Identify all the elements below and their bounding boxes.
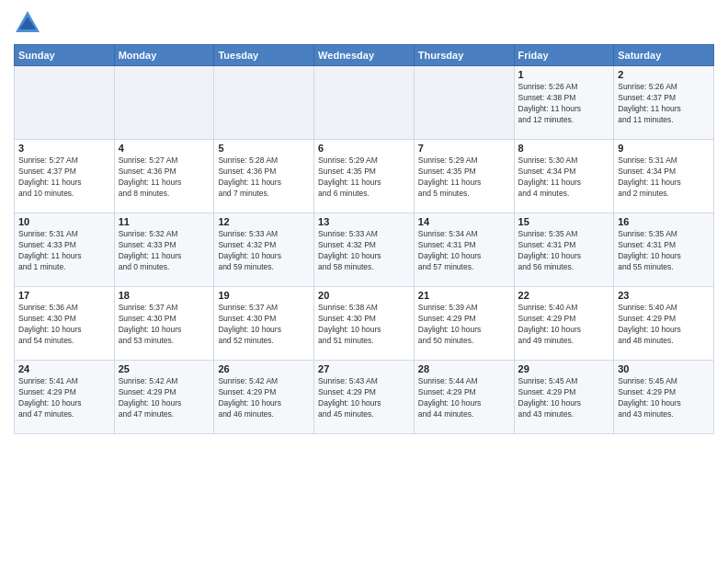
day-number: 13 — [318, 216, 410, 227]
calendar-body: 1Sunrise: 5:26 AM Sunset: 4:38 PM Daylig… — [15, 66, 714, 434]
calendar-cell: 21Sunrise: 5:39 AM Sunset: 4:29 PM Dayli… — [414, 287, 514, 361]
calendar-cell: 14Sunrise: 5:34 AM Sunset: 4:31 PM Dayli… — [414, 213, 514, 287]
calendar-cell: 12Sunrise: 5:33 AM Sunset: 4:32 PM Dayli… — [214, 213, 314, 287]
day-info: Sunrise: 5:35 AM Sunset: 4:31 PM Dayligh… — [518, 229, 610, 273]
day-number: 23 — [618, 290, 710, 301]
day-info: Sunrise: 5:45 AM Sunset: 4:29 PM Dayligh… — [518, 376, 610, 420]
day-number: 2 — [618, 69, 710, 80]
weekday-header-wednesday: Wednesday — [314, 45, 415, 66]
day-info: Sunrise: 5:44 AM Sunset: 4:29 PM Dayligh… — [418, 376, 510, 420]
calendar-cell: 25Sunrise: 5:42 AM Sunset: 4:29 PM Dayli… — [114, 361, 214, 434]
day-number: 28 — [418, 363, 510, 374]
day-number: 24 — [18, 363, 110, 374]
calendar-cell: 17Sunrise: 5:36 AM Sunset: 4:30 PM Dayli… — [15, 287, 115, 361]
calendar-cell: 9Sunrise: 5:31 AM Sunset: 4:34 PM Daylig… — [614, 140, 714, 213]
day-number: 27 — [318, 363, 410, 374]
calendar-cell: 20Sunrise: 5:38 AM Sunset: 4:30 PM Dayli… — [314, 287, 415, 361]
day-info: Sunrise: 5:42 AM Sunset: 4:29 PM Dayligh… — [119, 376, 210, 420]
day-number: 4 — [119, 143, 210, 154]
day-number: 20 — [318, 290, 410, 301]
calendar-cell: 4Sunrise: 5:27 AM Sunset: 4:36 PM Daylig… — [114, 140, 214, 213]
logo — [14, 9, 47, 37]
day-info: Sunrise: 5:45 AM Sunset: 4:29 PM Dayligh… — [618, 376, 710, 420]
calendar-cell: 11Sunrise: 5:32 AM Sunset: 4:33 PM Dayli… — [114, 213, 214, 287]
day-number: 14 — [418, 216, 510, 227]
logo-icon — [14, 9, 41, 37]
calendar-cell: 29Sunrise: 5:45 AM Sunset: 4:29 PM Dayli… — [514, 361, 614, 434]
day-number: 19 — [218, 290, 310, 301]
day-number: 29 — [518, 363, 610, 374]
day-info: Sunrise: 5:36 AM Sunset: 4:30 PM Dayligh… — [18, 303, 110, 347]
day-number: 25 — [119, 363, 210, 374]
calendar-table: SundayMondayTuesdayWednesdayThursdayFrid… — [14, 44, 714, 434]
day-info: Sunrise: 5:26 AM Sunset: 4:38 PM Dayligh… — [518, 82, 610, 126]
day-number: 9 — [618, 143, 710, 154]
day-info: Sunrise: 5:29 AM Sunset: 4:35 PM Dayligh… — [318, 155, 410, 200]
calendar-cell: 15Sunrise: 5:35 AM Sunset: 4:31 PM Dayli… — [514, 213, 614, 287]
calendar-week-3: 10Sunrise: 5:31 AM Sunset: 4:33 PM Dayli… — [15, 213, 714, 287]
calendar-cell: 2Sunrise: 5:26 AM Sunset: 4:37 PM Daylig… — [614, 66, 714, 140]
day-info: Sunrise: 5:27 AM Sunset: 4:36 PM Dayligh… — [119, 155, 210, 200]
day-info: Sunrise: 5:28 AM Sunset: 4:36 PM Dayligh… — [218, 155, 310, 200]
calendar-cell — [414, 66, 514, 140]
day-info: Sunrise: 5:37 AM Sunset: 4:30 PM Dayligh… — [218, 303, 310, 347]
calendar-cell: 26Sunrise: 5:42 AM Sunset: 4:29 PM Dayli… — [214, 361, 314, 434]
day-info: Sunrise: 5:43 AM Sunset: 4:29 PM Dayligh… — [318, 376, 410, 420]
calendar-cell: 22Sunrise: 5:40 AM Sunset: 4:29 PM Dayli… — [514, 287, 614, 361]
weekday-header-friday: Friday — [514, 45, 614, 66]
day-number: 5 — [218, 143, 310, 154]
calendar-week-5: 24Sunrise: 5:41 AM Sunset: 4:29 PM Dayli… — [15, 361, 714, 434]
calendar-cell: 23Sunrise: 5:40 AM Sunset: 4:29 PM Dayli… — [614, 287, 714, 361]
weekday-header-tuesday: Tuesday — [214, 45, 314, 66]
day-number: 15 — [518, 216, 610, 227]
day-number: 8 — [518, 143, 610, 154]
day-number: 1 — [518, 69, 610, 80]
calendar-cell: 30Sunrise: 5:45 AM Sunset: 4:29 PM Dayli… — [614, 361, 714, 434]
day-info: Sunrise: 5:30 AM Sunset: 4:34 PM Dayligh… — [518, 155, 610, 200]
calendar-cell: 7Sunrise: 5:29 AM Sunset: 4:35 PM Daylig… — [414, 140, 514, 213]
day-info: Sunrise: 5:29 AM Sunset: 4:35 PM Dayligh… — [418, 155, 510, 200]
day-info: Sunrise: 5:42 AM Sunset: 4:29 PM Dayligh… — [218, 376, 310, 420]
day-number: 7 — [418, 143, 510, 154]
calendar-cell — [114, 66, 214, 140]
day-number: 26 — [218, 363, 310, 374]
day-info: Sunrise: 5:27 AM Sunset: 4:37 PM Dayligh… — [18, 155, 110, 200]
day-number: 21 — [418, 290, 510, 301]
calendar-cell — [214, 66, 314, 140]
day-info: Sunrise: 5:37 AM Sunset: 4:30 PM Dayligh… — [119, 303, 210, 347]
day-info: Sunrise: 5:33 AM Sunset: 4:32 PM Dayligh… — [218, 229, 310, 273]
calendar-cell: 1Sunrise: 5:26 AM Sunset: 4:38 PM Daylig… — [514, 66, 614, 140]
calendar-cell: 10Sunrise: 5:31 AM Sunset: 4:33 PM Dayli… — [15, 213, 115, 287]
calendar-cell: 8Sunrise: 5:30 AM Sunset: 4:34 PM Daylig… — [514, 140, 614, 213]
calendar-cell — [15, 66, 115, 140]
calendar-cell: 24Sunrise: 5:41 AM Sunset: 4:29 PM Dayli… — [15, 361, 115, 434]
day-number: 10 — [18, 216, 110, 227]
weekday-header-sunday: Sunday — [15, 45, 115, 66]
day-number: 18 — [119, 290, 210, 301]
calendar-cell: 28Sunrise: 5:44 AM Sunset: 4:29 PM Dayli… — [414, 361, 514, 434]
day-info: Sunrise: 5:31 AM Sunset: 4:34 PM Dayligh… — [618, 155, 710, 200]
calendar-container: SundayMondayTuesdayWednesdayThursdayFrid… — [0, 0, 728, 563]
calendar-week-4: 17Sunrise: 5:36 AM Sunset: 4:30 PM Dayli… — [15, 287, 714, 361]
day-number: 30 — [618, 363, 710, 374]
calendar-cell: 19Sunrise: 5:37 AM Sunset: 4:30 PM Dayli… — [214, 287, 314, 361]
calendar-cell: 27Sunrise: 5:43 AM Sunset: 4:29 PM Dayli… — [314, 361, 415, 434]
weekday-header-saturday: Saturday — [614, 45, 714, 66]
day-info: Sunrise: 5:33 AM Sunset: 4:32 PM Dayligh… — [318, 229, 410, 273]
day-info: Sunrise: 5:41 AM Sunset: 4:29 PM Dayligh… — [18, 376, 110, 420]
day-number: 17 — [18, 290, 110, 301]
calendar-week-2: 3Sunrise: 5:27 AM Sunset: 4:37 PM Daylig… — [15, 140, 714, 213]
day-number: 3 — [18, 143, 110, 154]
day-info: Sunrise: 5:35 AM Sunset: 4:31 PM Dayligh… — [618, 229, 710, 273]
day-info: Sunrise: 5:31 AM Sunset: 4:33 PM Dayligh… — [18, 229, 110, 273]
day-number: 6 — [318, 143, 410, 154]
calendar-cell: 18Sunrise: 5:37 AM Sunset: 4:30 PM Dayli… — [114, 287, 214, 361]
calendar-week-1: 1Sunrise: 5:26 AM Sunset: 4:38 PM Daylig… — [15, 66, 714, 140]
day-info: Sunrise: 5:38 AM Sunset: 4:30 PM Dayligh… — [318, 303, 410, 347]
calendar-cell: 3Sunrise: 5:27 AM Sunset: 4:37 PM Daylig… — [15, 140, 115, 213]
day-info: Sunrise: 5:39 AM Sunset: 4:29 PM Dayligh… — [418, 303, 510, 347]
day-number: 16 — [618, 216, 710, 227]
day-number: 22 — [518, 290, 610, 301]
day-number: 12 — [218, 216, 310, 227]
day-info: Sunrise: 5:40 AM Sunset: 4:29 PM Dayligh… — [518, 303, 610, 347]
